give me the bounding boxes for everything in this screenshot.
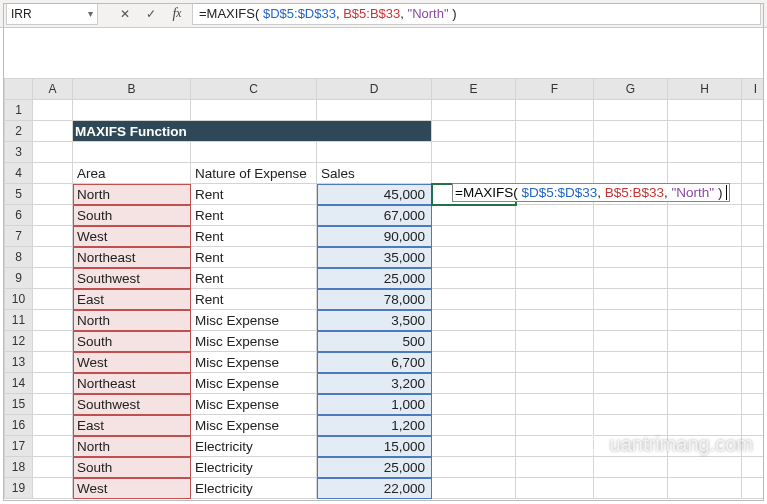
col-header[interactable]: G <box>594 79 668 100</box>
spreadsheet-grid[interactable]: A B C D E F G H I 1 2 MAXIFS Function 3 … <box>4 78 763 500</box>
cell-area[interactable]: Northeast <box>73 373 191 394</box>
cancel-icon[interactable]: ✕ <box>114 3 136 25</box>
formula-bar-row: IRR ▾ ✕ ✓ fx =MAXIFS( $D$5:$D$33, B$5:B$… <box>0 0 767 28</box>
cell-nature[interactable]: Misc Expense <box>191 352 317 373</box>
col-header[interactable]: H <box>668 79 742 100</box>
formula-bar-text: =MAXIFS( $D$5:$D$33, B$5:B$33, "North" ) <box>199 6 457 21</box>
cell-area[interactable]: North <box>73 436 191 457</box>
cell-area[interactable]: East <box>73 415 191 436</box>
cell-nature[interactable]: Rent <box>191 226 317 247</box>
cell-sales[interactable]: 45,000 <box>317 184 432 205</box>
header-sales[interactable]: Sales <box>317 163 432 184</box>
col-header[interactable]: F <box>516 79 594 100</box>
header-nature[interactable]: Nature of Expense <box>191 163 317 184</box>
select-all-corner[interactable] <box>5 79 33 100</box>
cell-sales[interactable]: 90,000 <box>317 226 432 247</box>
cell-sales[interactable]: 67,000 <box>317 205 432 226</box>
row-header[interactable]: 16 <box>5 415 33 436</box>
cell-nature[interactable]: Misc Expense <box>191 373 317 394</box>
cell-sales[interactable]: 3,200 <box>317 373 432 394</box>
cell-area[interactable]: West <box>73 352 191 373</box>
cell-area[interactable]: North <box>73 184 191 205</box>
column-header-row: A B C D E F G H I <box>5 79 764 100</box>
row-header[interactable]: 10 <box>5 289 33 310</box>
cell-area[interactable]: Southwest <box>73 268 191 289</box>
cell-area[interactable]: North <box>73 310 191 331</box>
cell-sales[interactable]: 500 <box>317 331 432 352</box>
cell-inline-editor[interactable]: =MAXIFS( $D$5:$D$33, B$5:B$33, "North" ) <box>452 183 730 202</box>
cell-area[interactable]: South <box>73 457 191 478</box>
row-header[interactable]: 14 <box>5 373 33 394</box>
row-header[interactable]: 5 <box>5 184 33 205</box>
cell-nature[interactable]: Electricity <box>191 478 317 499</box>
cell-sales[interactable]: 25,000 <box>317 268 432 289</box>
cell-sales[interactable]: 1,000 <box>317 394 432 415</box>
col-header[interactable]: B <box>73 79 191 100</box>
cell-area[interactable]: South <box>73 205 191 226</box>
cell-area[interactable]: South <box>73 331 191 352</box>
cell-sales[interactable]: 3,500 <box>317 310 432 331</box>
cell-sales[interactable]: 1,200 <box>317 415 432 436</box>
row-header[interactable]: 19 <box>5 478 33 499</box>
cell-nature[interactable]: Rent <box>191 289 317 310</box>
cell-nature[interactable]: Rent <box>191 247 317 268</box>
row-header[interactable]: 2 <box>5 121 33 142</box>
chevron-down-icon[interactable]: ▾ <box>88 8 93 19</box>
cell-nature[interactable]: Rent <box>191 268 317 289</box>
col-header[interactable]: I <box>742 79 764 100</box>
col-header[interactable]: E <box>432 79 516 100</box>
cell-nature[interactable]: Misc Expense <box>191 331 317 352</box>
cell-sales[interactable]: 15,000 <box>317 436 432 457</box>
confirm-icon[interactable]: ✓ <box>140 3 162 25</box>
cell-nature[interactable]: Misc Expense <box>191 415 317 436</box>
row-header[interactable]: 9 <box>5 268 33 289</box>
cell-sales[interactable]: 78,000 <box>317 289 432 310</box>
cell-nature[interactable]: Electricity <box>191 457 317 478</box>
cell-sales[interactable]: 25,000 <box>317 457 432 478</box>
cell-area[interactable]: East <box>73 289 191 310</box>
cell-sales[interactable]: 22,000 <box>317 478 432 499</box>
cell-area[interactable]: West <box>73 226 191 247</box>
cell-nature[interactable]: Rent <box>191 184 317 205</box>
cell-sales[interactable]: 6,700 <box>317 352 432 373</box>
title-cell[interactable]: MAXIFS Function <box>73 121 432 142</box>
row-header[interactable]: 12 <box>5 331 33 352</box>
row-header[interactable]: 13 <box>5 352 33 373</box>
row-header[interactable]: 8 <box>5 247 33 268</box>
cell-nature[interactable]: Misc Expense <box>191 310 317 331</box>
cell-nature[interactable]: Rent <box>191 205 317 226</box>
row-header[interactable]: 17 <box>5 436 33 457</box>
row-header[interactable]: 7 <box>5 226 33 247</box>
cell-area[interactable]: West <box>73 478 191 499</box>
row-header[interactable]: 11 <box>5 310 33 331</box>
row-header[interactable]: 6 <box>5 205 33 226</box>
row-header[interactable]: 15 <box>5 394 33 415</box>
formula-bar-input[interactable]: =MAXIFS( $D$5:$D$33, B$5:B$33, "North" ) <box>192 3 761 25</box>
cell-nature[interactable]: Electricity <box>191 436 317 457</box>
col-header[interactable]: D <box>317 79 432 100</box>
cell-area[interactable]: Northeast <box>73 247 191 268</box>
name-box[interactable]: IRR ▾ <box>6 3 98 25</box>
col-header[interactable]: C <box>191 79 317 100</box>
row-header[interactable]: 1 <box>5 100 33 121</box>
header-area[interactable]: Area <box>73 163 191 184</box>
row-header[interactable]: 3 <box>5 142 33 163</box>
name-box-value: IRR <box>11 7 32 21</box>
col-header[interactable]: A <box>33 79 73 100</box>
cell-sales[interactable]: 35,000 <box>317 247 432 268</box>
cell-nature[interactable]: Misc Expense <box>191 394 317 415</box>
cell-area[interactable]: Southwest <box>73 394 191 415</box>
row-header[interactable]: 18 <box>5 457 33 478</box>
row-header[interactable]: 4 <box>5 163 33 184</box>
fx-icon[interactable]: fx <box>166 3 188 25</box>
